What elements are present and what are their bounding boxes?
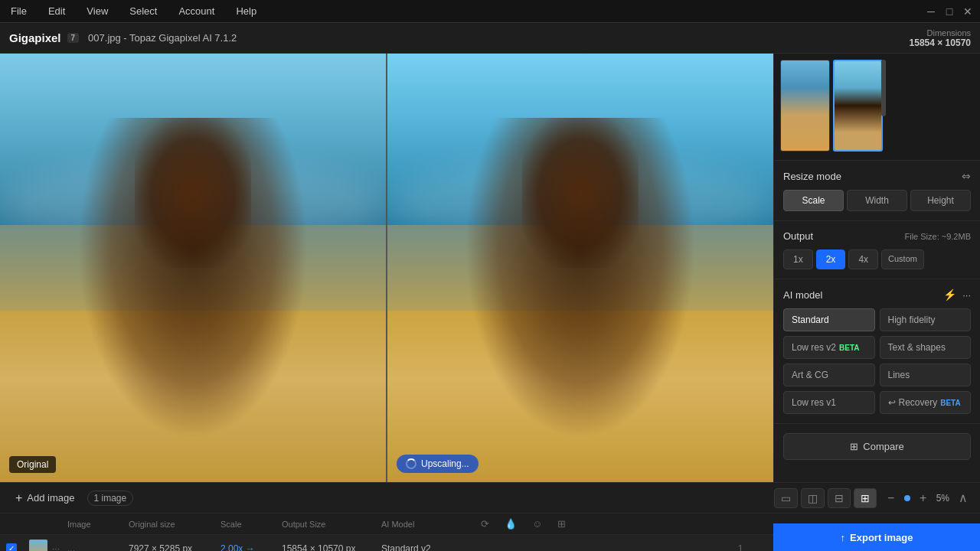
- model-art-cg-button[interactable]: Art & CG: [783, 364, 875, 386]
- scroll-thumb[interactable]: [881, 60, 886, 116]
- upscaling-badge: Upscaling...: [397, 455, 479, 473]
- file-size-label: File Size: ~9.2MB: [904, 232, 971, 241]
- resize-mode-icon[interactable]: ⇔: [962, 170, 971, 182]
- ai-model-header: AI model ⚡ ···: [783, 289, 971, 301]
- zoom-value: 5%: [936, 493, 949, 504]
- lightning-icon[interactable]: ⚡: [943, 289, 956, 301]
- app-bar: Gigapixel 7 007.jpg - Topaz Gigapixel AI…: [0, 23, 980, 54]
- compare-button[interactable]: ⊞ Compare: [783, 433, 971, 460]
- model-low-res-v2-button[interactable]: Low res v2 BETA: [783, 336, 875, 359]
- model-lines-button[interactable]: Lines: [880, 364, 972, 386]
- window-controls: ─ □ ✕: [925, 5, 974, 18]
- ai-model-section: AI model ⚡ ··· Standard High fidelity Lo…: [774, 279, 980, 424]
- maximize-button[interactable]: □: [943, 5, 956, 18]
- th-scale: Scale: [220, 520, 282, 529]
- td-original-size: 7927 × 5285 px: [129, 543, 220, 552]
- th-image: Image: [67, 520, 129, 529]
- model-lines-label: Lines: [888, 370, 910, 380]
- add-image-button[interactable]: + Add image: [9, 488, 81, 508]
- resize-mode-header: Resize mode ⇔: [783, 170, 971, 182]
- scale-4x-button[interactable]: 4x: [848, 249, 878, 269]
- dimensions-value: 15854 × 10570: [910, 37, 971, 48]
- resize-mode-buttons: Scale Width Height: [783, 190, 971, 211]
- thumbnail-inactive[interactable]: [780, 60, 830, 152]
- minimize-button[interactable]: ─: [925, 5, 937, 18]
- view-split-h-button[interactable]: ◫: [801, 488, 825, 508]
- resize-mode-title: Resize mode: [783, 171, 841, 182]
- zoom-controls: − + 5%: [883, 490, 949, 507]
- model-low-res-v1-button[interactable]: Low res v1: [783, 391, 875, 414]
- view-split-v-button[interactable]: ⊟: [828, 488, 851, 508]
- model-recovery-label: Recovery: [899, 397, 938, 408]
- upscaling-label: Upscaling...: [421, 458, 469, 469]
- scale-1x-button[interactable]: 1x: [783, 249, 813, 269]
- model-standard-button[interactable]: Standard: [783, 308, 875, 331]
- ai-model-controls: ⚡ ···: [943, 289, 971, 301]
- output-header: Output File Size: ~9.2MB: [783, 230, 971, 242]
- menu-file[interactable]: File: [6, 4, 31, 18]
- upscaled-hair: [522, 118, 638, 268]
- ai-model-title: AI model: [783, 289, 822, 301]
- view-mode-buttons: ▭ ◫ ⊟ ⊞: [774, 488, 877, 508]
- recovery-prefix: ↩: [888, 397, 896, 408]
- model-art-cg-label: Art & CG: [792, 370, 828, 380]
- right-panel: Resize mode ⇔ Scale Width Height Output …: [773, 54, 980, 482]
- resize-mode-section: Resize mode ⇔ Scale Width Height: [774, 161, 980, 221]
- zoom-indicator: [904, 495, 910, 501]
- model-text-shapes-button[interactable]: Text & shapes: [880, 336, 972, 359]
- zoom-in-button[interactable]: +: [915, 490, 932, 507]
- td-checkbox[interactable]: ✓: [6, 543, 29, 552]
- file-title: 007.jpg - Topaz Gigapixel AI 7.1.2: [88, 32, 237, 44]
- th-original-size: Original size: [129, 520, 220, 529]
- model-standard-label: Standard: [792, 315, 829, 325]
- th-droplet-icon: 💧: [505, 518, 517, 530]
- td-scale: 2.00x →: [220, 543, 282, 552]
- th-refresh-icon: ⟳: [481, 518, 489, 530]
- td-output-size: 15854 × 10570 px: [282, 543, 381, 552]
- scale-custom-button[interactable]: Custom: [881, 249, 924, 269]
- view-single-button[interactable]: ▭: [774, 488, 798, 508]
- td-val-1: 1: [717, 543, 763, 551]
- menu-select[interactable]: Select: [125, 4, 162, 18]
- image-viewer: Original Upscaling...: [0, 54, 773, 482]
- scale-buttons: 1x 2x 4x Custom: [783, 249, 971, 269]
- main-area: Original Upscaling...: [0, 54, 980, 482]
- menu-help[interactable]: Help: [231, 4, 261, 18]
- td-ai-model: Standard v2: [381, 543, 481, 552]
- thumbnail-active[interactable]: [833, 60, 883, 152]
- scale-mode-button[interactable]: Scale: [783, 190, 844, 211]
- view-compare-button[interactable]: ⊞: [854, 488, 877, 508]
- model-recovery-button[interactable]: ↩ Recovery BETA: [880, 391, 972, 414]
- row-thumbnail: [29, 540, 47, 552]
- collapse-panel-button[interactable]: ∧: [956, 489, 971, 507]
- td-dots[interactable]: ···: [52, 543, 67, 552]
- scale-2x-button[interactable]: 2x: [816, 249, 846, 269]
- compare-label: Compare: [863, 441, 903, 452]
- model-high-fidelity-label: High fidelity: [888, 315, 936, 325]
- th-face-icon: ☺: [532, 518, 542, 530]
- original-panel: Original: [0, 54, 387, 482]
- checkbox-checked[interactable]: ✓: [6, 543, 17, 552]
- thumb-image-2: [835, 61, 881, 150]
- model-high-fidelity-button[interactable]: High fidelity: [880, 308, 972, 331]
- height-mode-button[interactable]: Height: [910, 190, 971, 211]
- original-image-bg: [0, 54, 386, 482]
- ai-model-title-group: AI model: [783, 289, 822, 301]
- model-text-shapes-label: Text & shapes: [888, 342, 946, 353]
- more-options-icon[interactable]: ···: [962, 289, 971, 301]
- menu-edit[interactable]: Edit: [44, 4, 70, 18]
- output-section: Output File Size: ~9.2MB 1x 2x 4x Custom: [774, 221, 980, 279]
- th-mask-icon: ⊞: [557, 518, 566, 530]
- th-ai-model: AI Model: [381, 520, 481, 529]
- original-label: Original: [9, 456, 56, 473]
- upscaled-panel: Upscaling...: [387, 54, 773, 482]
- width-mode-button[interactable]: Width: [847, 190, 907, 211]
- menu-view[interactable]: View: [82, 4, 113, 18]
- recovery-beta-tag: BETA: [940, 399, 960, 407]
- ai-model-grid: Standard High fidelity Low res v2 BETA T…: [783, 308, 971, 414]
- zoom-out-button[interactable]: −: [883, 490, 900, 507]
- plus-icon: +: [15, 491, 22, 505]
- upscaling-spinner: [406, 458, 416, 469]
- menu-account[interactable]: Account: [174, 4, 219, 18]
- close-button[interactable]: ✕: [962, 5, 974, 18]
